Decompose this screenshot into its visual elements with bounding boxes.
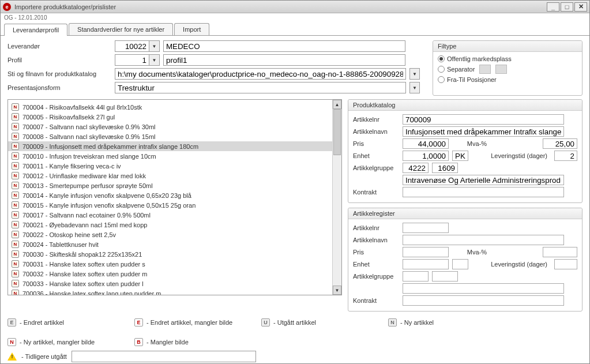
catalog-group-code2-input[interactable] [432, 163, 458, 173]
profile-dropdown-button[interactable]: ▼ [149, 54, 160, 66]
tree-item[interactable]: N700032 - Hanske latex softex uten pudde… [8, 269, 341, 279]
tree-item-label: 700032 - Hanske latex softex uten pudder… [22, 271, 147, 277]
tree-item-label: 700017 - Saltvann nacl ecotainer 0.9% 50… [22, 212, 151, 219]
new-article-icon: N [12, 133, 19, 140]
profile-code-input[interactable] [115, 54, 149, 66]
tree-item[interactable]: N700013 - Smertepumpe perfusor sprøyte 5… [8, 181, 341, 190]
tree-item[interactable]: N700008 - Saltvann nacl skyllevæske 0.9%… [8, 132, 341, 141]
tree-item-label: 700014 - Kanyle infusjon venofix skalpve… [22, 192, 191, 199]
tree-item-label: 700036 - Hanske latex softex lang uten p… [22, 290, 161, 296]
register-unit-qty-input[interactable] [403, 259, 449, 269]
tree-item-label: 700024 - Tablettknuser hvit [22, 241, 99, 248]
supplier-name-input[interactable] [163, 40, 405, 52]
subheader: OG - 12.01.2010 [1, 13, 589, 22]
product-tree[interactable]: N700004 - Risikoavfallsekk 44l gul 8rlx1… [7, 99, 342, 295]
catalog-panel: Produktkatalog Artikkelnr Artikkelnavn P… [348, 99, 583, 203]
presentation-dropdown-button[interactable]: ▼ [409, 82, 420, 93]
tree-item-label: 700022 - Otoskop heine sett 2,5v [22, 231, 116, 238]
tree-item-label: 700009 - Infusjonsett med dråpekammer in… [22, 143, 198, 150]
register-vat-input[interactable] [543, 247, 577, 257]
path-input[interactable] [115, 68, 406, 80]
tree-item[interactable]: N700009 - Infusjonsett med dråpekammer i… [8, 141, 341, 151]
tree-item-label: 700021 - Øyebadevann nacl 15ml med kopp [22, 222, 147, 228]
catalog-lead-input[interactable] [554, 151, 577, 161]
minimize-button[interactable]: _ [547, 2, 559, 12]
register-group-label: Artikkelgruppe [353, 273, 399, 280]
presentation-input[interactable] [115, 82, 406, 93]
tree-item[interactable]: N700012 - Urinflaske mediware klar med l… [8, 171, 341, 181]
path-label: Sti og filnavn for produktkatalog [7, 70, 111, 77]
filetype-opt-positions[interactable]: Fra-Til Posisjoner [438, 76, 577, 83]
tree-item[interactable]: N700004 - Risikoavfallsekk 44l gul 8rlx1… [8, 102, 341, 112]
tree-item[interactable]: N700033 - Hanske latex softex uten pudde… [8, 279, 341, 288]
catalog-unit-qty-input[interactable] [403, 151, 449, 161]
new-article-icon: N [12, 280, 19, 287]
tab-supplier-profile[interactable]: Leverandørprofil [4, 24, 67, 36]
legend-n-red-icon: N [7, 338, 16, 346]
register-group-code1-input[interactable] [403, 271, 429, 282]
legend-warn-label: - Tidligere utgått [21, 353, 67, 360]
tree-scrollbar[interactable]: ▲ ▼ [332, 100, 341, 295]
register-lead-label: Leveringstid (dager) [472, 261, 551, 268]
filetype-opt-separator[interactable]: Separator [438, 65, 577, 74]
catalog-price-input[interactable] [403, 138, 449, 149]
tree-item-label: 700015 - Kanyle infusjon venofix skalpve… [22, 202, 196, 209]
path-browse-button[interactable]: ▼ [409, 68, 420, 80]
tab-default-values[interactable]: Standardverdier for nye artikler [69, 23, 173, 35]
register-panel: Artikkelregister Artikkelnr Artikkelnavn… [348, 208, 583, 312]
register-artname-input[interactable] [403, 235, 564, 245]
register-group-code2-input[interactable] [432, 271, 458, 282]
register-contract-input[interactable] [403, 295, 564, 306]
catalog-artname-input[interactable] [403, 126, 564, 137]
legend: E- Endret artikkel E- Endret artikkel, m… [7, 318, 583, 346]
supplier-code-input[interactable] [115, 40, 149, 52]
catalog-vat-label: Mva-% [452, 140, 487, 147]
new-article-icon: N [12, 123, 19, 130]
tree-item[interactable]: N700010 - Infusjon treveiskran med slang… [8, 151, 341, 161]
window-title: Importere produktkataloger/prislister [14, 3, 547, 10]
maximize-button[interactable]: □ [561, 2, 573, 12]
register-artnr-input[interactable] [403, 223, 449, 233]
new-article-icon: N [12, 211, 19, 219]
tab-import[interactable]: Import [174, 23, 209, 35]
filetype-opt2-label: Separator [447, 66, 475, 73]
register-group-desc-input[interactable] [403, 283, 564, 294]
tree-item[interactable]: N700024 - Tablettknuser hvit [8, 239, 341, 249]
register-unit-code-input[interactable] [452, 259, 468, 269]
legend-e-gray-label: - Endret artikkel [20, 319, 64, 326]
tree-item[interactable]: N700007 - Saltvann nacl skyllevæske 0.9%… [8, 122, 341, 132]
radio-icon [438, 76, 445, 83]
tree-item[interactable]: N700017 - Saltvann nacl ecotainer 0.9% 5… [8, 210, 341, 220]
catalog-unit-code-input[interactable] [452, 151, 468, 161]
legend-e-red-icon: E [134, 318, 143, 327]
profile-name-input[interactable] [163, 54, 405, 66]
new-article-icon: N [12, 182, 19, 189]
scroll-thumb[interactable] [333, 109, 341, 155]
tree-item[interactable]: N700005 - Risikoavfallsekk 27l gul [8, 112, 341, 122]
scroll-up-button[interactable]: ▲ [333, 100, 341, 109]
catalog-contract-input[interactable] [403, 187, 564, 197]
register-lead-input[interactable] [554, 259, 577, 269]
register-price-input[interactable] [403, 247, 449, 257]
tree-item[interactable]: N700030 - Skifteskål shopak12 225x135x21 [8, 249, 341, 259]
catalog-group-desc-input[interactable] [403, 175, 564, 185]
catalog-price-label: Pris [353, 140, 399, 147]
scroll-down-button[interactable]: ▼ [333, 286, 341, 295]
new-article-icon: N [12, 152, 19, 160]
tree-item-label: 700004 - Risikoavfallsekk 44l gul 8rlx10… [22, 104, 142, 111]
tree-item[interactable]: N700015 - Kanyle infusjon venofix skalpv… [8, 200, 341, 210]
register-unit-label: Enhet [353, 261, 399, 268]
tree-item[interactable]: N700011 - Kanyle fiksering veca-c iv [8, 161, 341, 171]
tree-item[interactable]: N700022 - Otoskop heine sett 2,5v [8, 230, 341, 239]
tree-item[interactable]: N700014 - Kanyle infusjon venofix skalpv… [8, 190, 341, 200]
supplier-dropdown-button[interactable]: ▼ [149, 40, 160, 52]
tree-item[interactable]: N700031 - Hanske latex softex uten pudde… [8, 259, 341, 269]
tree-item[interactable]: N700036 - Hanske latex softex lang uten … [8, 288, 341, 295]
previous-expired-input[interactable] [72, 351, 256, 362]
tree-item[interactable]: N700021 - Øyebadevann nacl 15ml med kopp [8, 220, 341, 230]
catalog-vat-input[interactable] [543, 138, 577, 149]
catalog-group-code1-input[interactable] [403, 163, 429, 173]
close-button[interactable]: ✕ [574, 2, 587, 12]
catalog-artnr-input[interactable] [403, 114, 564, 125]
filetype-opt-public[interactable]: Offentlig markedsplass [438, 55, 577, 62]
